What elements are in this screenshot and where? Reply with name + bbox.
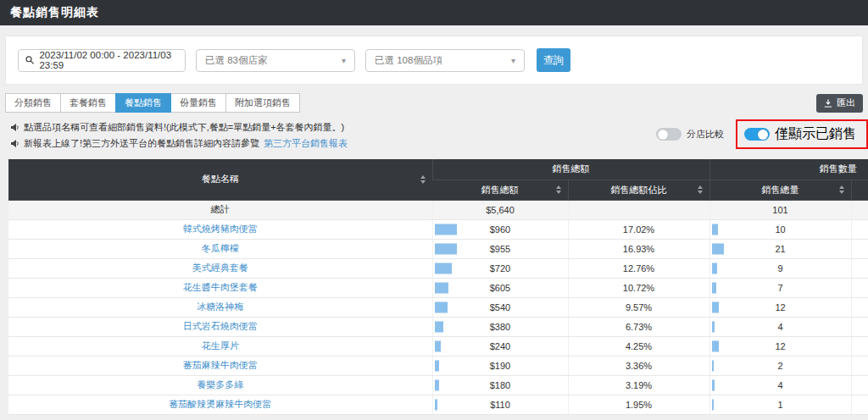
amount-pct-cell: 4.25% xyxy=(568,336,709,356)
amount-cell: $960 xyxy=(432,219,568,239)
table-row: 冰糖洛神梅$5409.57%12 xyxy=(8,297,868,317)
table-row: 日式岩石燒肉便當$3806.73%4 xyxy=(8,317,868,336)
item-name-link[interactable]: 冰糖洛神梅 xyxy=(197,301,243,312)
tab-meal-sales[interactable]: 餐點銷售 xyxy=(115,93,171,113)
tab-addon-sales[interactable]: 附加選項銷售 xyxy=(225,93,300,113)
qty-bar xyxy=(712,224,718,235)
amount-pct-cell: 12.76% xyxy=(568,258,709,278)
table-row: 蕃茄麻辣牛肉便當$1903.36%2 xyxy=(8,356,868,375)
total-empty-cell xyxy=(851,200,868,219)
export-button-label: 匯出 xyxy=(837,97,855,109)
amount-value: $720 xyxy=(490,263,510,274)
download-icon xyxy=(824,99,832,108)
qty-bar xyxy=(712,321,715,332)
qty-cell: 7 xyxy=(709,278,851,297)
qty-bar xyxy=(712,262,717,274)
amount-cell: $190 xyxy=(432,356,568,375)
item-select-value: 已選 108個品項 xyxy=(375,54,442,67)
notices: 點選品項名稱可查看細部銷售資料!(此模式下,餐點=單點銷量+各套餐內銷量。) 新… xyxy=(10,119,348,152)
table-row: 花生醬牛肉堡套餐$60510.72%7 xyxy=(8,278,868,297)
tab-combo-sales[interactable]: 套餐銷售 xyxy=(60,93,116,113)
item-name-link[interactable]: 養樂多多綠 xyxy=(197,379,243,390)
qty-bar xyxy=(712,301,719,312)
qty-value: 12 xyxy=(775,302,785,312)
branch-compare-label: 分店比較 xyxy=(687,128,724,141)
item-name-link[interactable]: 花生厚片 xyxy=(202,340,239,351)
qty-value: 4 xyxy=(777,380,782,390)
column-header-name[interactable]: 餐點名稱 xyxy=(8,159,432,200)
amount-cell: $720 xyxy=(432,258,568,278)
item-name-link[interactable]: 日式岩石燒肉便當 xyxy=(183,321,258,331)
name-cell: 美式經典套餐 xyxy=(8,258,432,278)
qty-cell: 1 xyxy=(709,395,851,414)
amount-value: $540 xyxy=(490,302,510,312)
tab-portion-sales[interactable]: 份量銷售 xyxy=(170,93,226,113)
sales-table: 餐點名稱 銷售總額 銷售數量 銷售總額 銷售總額佔比 銷售總量 xyxy=(8,159,868,415)
table-row: 蕃茄酸辣燙麻辣牛肉便當$1101.95%1 xyxy=(8,395,868,414)
table-header-group-row: 餐點名稱 銷售總額 銷售數量 xyxy=(8,159,868,180)
total-label-cell: 總計 xyxy=(8,200,432,219)
chevron-down-icon: ▾ xyxy=(511,56,515,65)
amount-bar xyxy=(435,360,439,371)
qty-value: 21 xyxy=(775,244,785,254)
empty-cell xyxy=(851,278,868,297)
item-name-link[interactable]: 韓式燒烤豬肉便當 xyxy=(183,224,258,234)
amount-bar xyxy=(435,282,448,293)
qty-cell: 21 xyxy=(709,239,851,258)
amount-cell: $540 xyxy=(432,297,568,317)
store-select[interactable]: 已選 83個店家 ▾ xyxy=(196,49,355,72)
column-header-amount-pct-label: 銷售總額佔比 xyxy=(611,185,667,195)
empty-cell xyxy=(851,239,868,258)
item-name-link[interactable]: 冬瓜檸檬 xyxy=(202,243,239,253)
sort-icon xyxy=(420,175,426,184)
qty-cell: 12 xyxy=(709,297,851,317)
amount-value: $240 xyxy=(490,341,510,351)
qty-value: 4 xyxy=(777,322,782,332)
table-row: 韓式燒烤豬肉便當$96017.02%10 xyxy=(8,219,868,239)
qty-value: 10 xyxy=(775,224,785,235)
column-header-amount[interactable]: 銷售總額 xyxy=(432,180,568,200)
item-name-link[interactable]: 花生醬牛肉堡套餐 xyxy=(183,282,258,292)
qty-bar xyxy=(712,340,719,351)
amount-pct-cell: 16.93% xyxy=(568,239,709,258)
search-icon xyxy=(25,55,34,65)
table-row: 花生厚片$2404.25%12 xyxy=(8,336,868,356)
date-range-input[interactable]: 2023/11/02 00:00 - 2023/11/03 23:59 xyxy=(18,49,186,72)
announcement-icon xyxy=(10,139,19,148)
empty-cell xyxy=(851,356,868,375)
tab-category-sales[interactable]: 分類銷售 xyxy=(5,93,61,113)
empty-cell xyxy=(851,336,868,356)
table-row: 美式經典套餐$72012.76%9 xyxy=(8,258,868,278)
amount-bar xyxy=(435,340,441,351)
column-header-qty[interactable]: 銷售總量 xyxy=(709,180,851,200)
amount-pct-cell: 17.02% xyxy=(568,219,709,239)
column-header-amount-pct[interactable]: 銷售總額佔比 xyxy=(568,180,709,200)
qty-bar xyxy=(712,399,714,410)
report-tabs: 分類銷售 套餐銷售 餐點銷售 份量銷售 附加選項銷售 xyxy=(5,93,300,113)
amount-cell: $110 xyxy=(432,395,568,414)
amount-value: $110 xyxy=(490,400,510,410)
qty-bar xyxy=(712,243,724,254)
qty-value: 2 xyxy=(777,361,782,371)
export-button[interactable]: 匯出 xyxy=(816,94,863,113)
name-cell: 養樂多多綠 xyxy=(8,375,432,395)
toggle-knob xyxy=(658,130,668,140)
sort-icon xyxy=(839,185,844,194)
item-select[interactable]: 已選 108個品項 ▾ xyxy=(365,49,525,72)
amount-value: $380 xyxy=(490,322,510,332)
third-party-report-link[interactable]: 第三方平台銷售報表 xyxy=(264,137,348,150)
item-name-link[interactable]: 蕃茄麻辣牛肉便當 xyxy=(183,360,258,370)
query-button[interactable]: 查詢 xyxy=(537,48,570,72)
item-name-link[interactable]: 美式經典套餐 xyxy=(192,262,248,273)
amount-cell: $380 xyxy=(432,317,568,336)
qty-bar xyxy=(712,282,716,293)
table-row: 養樂多多綠$1803.19%4 xyxy=(8,375,868,395)
item-name-link[interactable]: 蕃茄酸辣燙麻辣牛肉便當 xyxy=(169,399,271,409)
column-header-name-label: 餐點名稱 xyxy=(202,174,239,184)
branch-compare-toggle[interactable] xyxy=(656,128,682,141)
name-cell: 冬瓜檸檬 xyxy=(8,239,432,258)
empty-cell xyxy=(851,219,868,239)
only-sold-toggle[interactable] xyxy=(744,128,770,141)
notice-line-1: 點選品項名稱可查看細部銷售資料!(此模式下,餐點=單點銷量+各套餐內銷量。) xyxy=(10,119,348,135)
column-header-qty-label: 銷售總量 xyxy=(762,185,799,195)
